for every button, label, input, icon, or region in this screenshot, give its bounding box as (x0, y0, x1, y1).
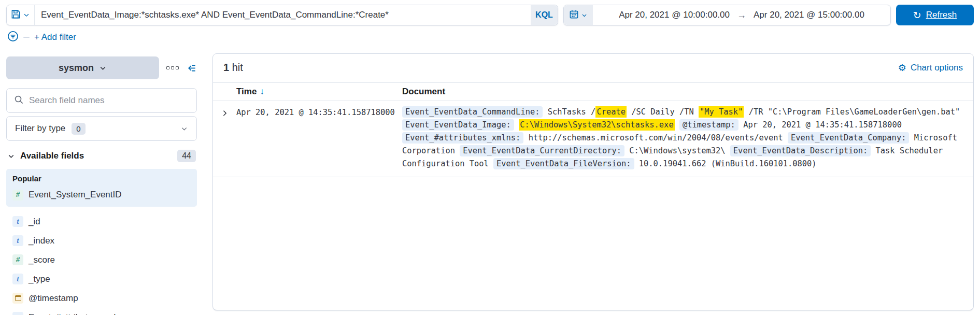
doc-text (514, 120, 519, 130)
field-item[interactable]: t_type (6, 269, 197, 289)
sort-descending-icon[interactable]: ↓ (260, 87, 264, 97)
popular-fields-section: Popular #Event_System_EventID (6, 169, 197, 207)
refresh-button[interactable]: ↻ Refresh (896, 5, 974, 25)
date-type-icon (12, 293, 23, 304)
field-search-input[interactable] (29, 95, 189, 106)
chevron-down-icon (180, 125, 188, 133)
gear-icon: ⚙ (898, 63, 906, 73)
filter-by-type-select[interactable]: Filter by type 0 (6, 116, 197, 141)
kql-query-input[interactable] (35, 5, 531, 25)
end-date[interactable]: Apr 20, 2021 @ 15:00:00.00 (754, 10, 864, 20)
index-pattern-select[interactable]: sysmon (6, 56, 159, 79)
saved-query-menu-button[interactable] (7, 5, 35, 25)
field-item[interactable]: t_id (6, 212, 197, 231)
field-item[interactable]: t_index (6, 231, 197, 250)
doc-field-badge: Event_#attributes_xmlns: (402, 132, 523, 144)
string-type-icon: t (12, 235, 23, 246)
field-name: _index (29, 236, 54, 246)
document-column-header: Document (402, 87, 973, 97)
doc-text: Apr 20, 2021 @ 14:35:41.158718000 (738, 120, 902, 130)
add-filter-button[interactable]: + Add filter (34, 32, 76, 42)
number-type-icon: # (12, 190, 23, 201)
table-header: Time ↓ Document (213, 82, 973, 101)
field-item[interactable]: #Event_System_EventID (12, 187, 191, 203)
field-name: @timestamp (29, 293, 78, 304)
doc-field-badge: Event_EventData_CurrentDirectory: (460, 145, 624, 156)
chevron-down-icon (23, 11, 30, 19)
field-name: _id (29, 217, 40, 227)
doc-text: C:\Windows\system32\ (624, 146, 730, 155)
start-date[interactable]: Apr 20, 2021 @ 10:00:00.00 (619, 10, 730, 20)
doc-highlight: "My Task" (699, 106, 744, 118)
doc-field-badge: Event_EventData_CommandLine: (402, 106, 543, 118)
field-name: _score (29, 255, 55, 265)
field-name: Event_#attributes_xmlns (29, 312, 125, 315)
chevron-down-icon (581, 12, 588, 19)
doc-text: SchTasks / (543, 107, 595, 117)
date-quick-menu-button[interactable] (564, 5, 593, 25)
doc-field-badge: @timestamp: (679, 119, 738, 131)
doc-field-badge: Event_EventData_Company: (788, 132, 909, 144)
results-panel: 1 hit ⚙ Chart options Time ↓ Document Ap… (212, 53, 974, 310)
calendar-icon (569, 9, 579, 21)
doc-text: /TR "C:\Program Files\GameLoaderGen\gen.… (744, 107, 960, 117)
date-range-display: Apr 20, 2021 @ 10:00:00.00 → Apr 20, 202… (593, 5, 890, 25)
doc-text: http://schemas.microsoft.com/win/2004/08… (523, 133, 788, 142)
hits-count: 1 hit (223, 62, 243, 74)
popular-label: Popular (12, 174, 191, 183)
doc-field-badge: Event_EventData_Image: (402, 119, 514, 131)
doc-highlight: C:\Windows\System32\schtasks.exe (519, 119, 675, 131)
query-bar: KQL (6, 5, 558, 25)
filter-divider (23, 37, 30, 38)
field-settings-icon[interactable] (166, 66, 179, 69)
string-type-icon: t (12, 274, 23, 284)
field-item[interactable]: tEvent_#attributes_xmlns (6, 308, 197, 315)
doc-text (675, 120, 679, 130)
doc-highlight: Create (595, 106, 627, 118)
chevron-down-icon (7, 152, 15, 160)
query-language-badge[interactable]: KQL (531, 5, 558, 25)
collapse-sidebar-icon[interactable] (186, 63, 197, 74)
field-name: _type (29, 274, 50, 284)
field-name: Event_System_EventID (29, 190, 122, 200)
doc-text: /SC Daily /TN (627, 107, 699, 117)
type-filter-count-badge: 0 (72, 123, 85, 135)
string-type-icon: t (12, 312, 23, 315)
field-search-box (6, 88, 197, 113)
save-query-icon (11, 9, 21, 21)
time-column-header[interactable]: Time ↓ (236, 87, 402, 97)
chart-options-button[interactable]: ⚙ Chart options (898, 63, 963, 73)
date-range-arrow-icon: → (737, 10, 746, 21)
date-range-picker: Apr 20, 2021 @ 10:00:00.00 → Apr 20, 202… (563, 5, 891, 25)
expand-row-icon[interactable] (213, 106, 236, 120)
main-content: sysmon Filter by type 0 (0, 52, 980, 315)
filter-bar: + Add filter (0, 25, 980, 46)
filter-icon[interactable] (7, 31, 19, 44)
fields-sidebar: sysmon Filter by type 0 (6, 52, 197, 315)
available-fields-count-badge: 44 (177, 150, 196, 162)
table-row: Apr 20, 2021 @ 14:35:41.158718000 Event_… (213, 101, 973, 177)
doc-field-badge: Event_EventData_FileVersion: (493, 158, 634, 169)
chevron-down-icon (99, 64, 107, 72)
doc-field-badge: Event_EventData_Description: (730, 145, 871, 156)
refresh-icon: ↻ (913, 10, 921, 20)
row-timestamp: Apr 20, 2021 @ 14:35:41.158718000 (236, 106, 402, 117)
field-item[interactable]: @timestamp (6, 289, 197, 308)
row-document: Event_EventData_CommandLine: SchTasks /C… (402, 106, 973, 170)
available-fields-header[interactable]: Available fields 44 (6, 150, 197, 162)
number-type-icon: # (12, 254, 23, 265)
string-type-icon: t (12, 216, 23, 227)
field-item[interactable]: #_score (6, 250, 197, 269)
query-toolbar: KQL Apr 20, 2021 @ 10:00:00.00 → Apr 20,… (0, 0, 980, 25)
available-fields-list: t_idt_index#_scoret_type@timestamptEvent… (6, 212, 197, 315)
doc-text: 10.0.19041.662 (WinBuild.160101.0800) (634, 159, 817, 168)
search-icon (14, 95, 24, 107)
